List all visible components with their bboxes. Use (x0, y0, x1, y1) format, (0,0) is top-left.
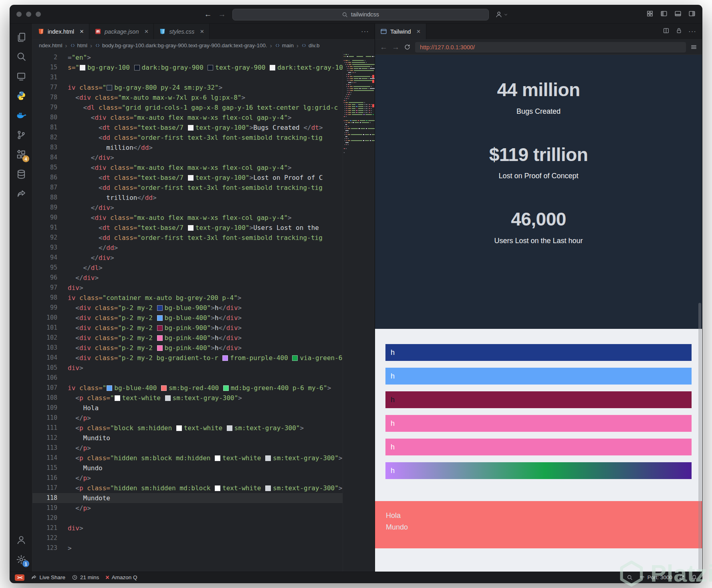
line-content: iv class="bg-gray-800 py-24 sm:py-32"> (68, 83, 343, 93)
browser-viewport: 44 millionBugs Created$119 trillionLost … (375, 55, 702, 572)
close-icon[interactable]: × (417, 28, 421, 35)
activity-item-database[interactable] (10, 164, 32, 184)
close-window-button[interactable] (16, 12, 22, 17)
preview-color-bar: h (385, 415, 692, 432)
color-swatch (157, 305, 163, 311)
status-label: 21 mins (80, 574, 99, 580)
color-swatch (165, 395, 171, 401)
color-swatch (107, 85, 112, 91)
editor-tab-index.html[interactable]: index.html× (32, 24, 89, 39)
url-field[interactable]: http://127.0.0.1:3000/ (415, 42, 686, 52)
breadcrumb-item[interactable]: ndex.html (39, 42, 63, 48)
line-content: Hola (68, 403, 343, 413)
line-content: <dt class="text-base/7 text-gray-100">Us… (68, 223, 343, 233)
history-back-button[interactable]: ← (204, 10, 212, 19)
color-swatch (188, 175, 194, 181)
color-bars-section: hhhhhh (375, 329, 702, 479)
code-line: 116 </p> (32, 473, 343, 483)
preview-color-bar: h (385, 344, 692, 361)
code-line: 77iv class="bg-gray-800 py-24 sm:py-32"> (32, 83, 343, 93)
activity-item-live-share[interactable] (10, 184, 32, 203)
activity-item-settings[interactable]: 1 (10, 550, 32, 569)
status-item-amazon-q[interactable]: ×Amazon Q (105, 574, 137, 581)
zoom-window-button[interactable] (36, 12, 41, 17)
close-icon[interactable]: × (80, 28, 84, 35)
status-label: Live Share (39, 574, 65, 580)
line-number: 121 (32, 523, 57, 533)
color-swatch (157, 325, 163, 331)
search-text: tailwindcss (351, 11, 379, 18)
activity-badge: 1 (22, 560, 29, 567)
code-editor[interactable]: 2="en">15s="bg-gray-100 dark:bg-gray-900… (32, 51, 343, 572)
status-item-search[interactable] (627, 574, 633, 580)
more-actions-button[interactable]: ··· (688, 28, 696, 36)
history-forward-button[interactable]: → (218, 10, 226, 19)
stat-value: 46,000 (511, 209, 566, 230)
code-line: 108 <p class="text-white sm:text-gray-30… (32, 393, 343, 403)
preview-color-bar: h (385, 368, 692, 385)
activity-item-source-control[interactable] (10, 125, 32, 145)
lock-button[interactable] (676, 27, 682, 36)
browser-forward-button[interactable]: → (392, 43, 399, 52)
close-icon[interactable]: × (144, 28, 148, 35)
color-swatch (222, 355, 228, 361)
color-swatch (188, 125, 194, 131)
search-icon (342, 12, 348, 18)
breadcrumb-item[interactable]: html (70, 42, 88, 48)
activity-item-remote-explorer[interactable] (10, 66, 32, 86)
squares-grid-button[interactable] (646, 10, 654, 19)
preview-color-bar: h (385, 391, 692, 408)
layout-sidebar-left-button[interactable] (660, 10, 668, 19)
line-number: 113 (32, 443, 57, 453)
status-item-port-3000[interactable]: Port: 3000 (639, 574, 672, 580)
breadcrumb-item[interactable]: div.b (301, 42, 320, 48)
live-share-icon (31, 574, 37, 580)
code-line: 113 </p> (32, 443, 343, 453)
bell-icon (691, 574, 697, 580)
activity-item-search[interactable] (10, 46, 32, 66)
line-content: > (68, 543, 343, 553)
breadcrumb-text: main (282, 42, 294, 48)
code-line: 85 <div class="mx-auto flex max-w-xs fle… (32, 163, 343, 173)
line-content: iv class="container mx-auto bg-grey-200 … (68, 293, 343, 303)
profile-button[interactable] (495, 11, 508, 18)
stat-block: 44 millionBugs Created (497, 80, 580, 116)
activity-item-account[interactable] (10, 530, 32, 550)
preview-scrollbar[interactable] (698, 303, 701, 572)
status-item-sync[interactable] (679, 574, 685, 580)
activity-item-extensions[interactable]: 4 (10, 145, 32, 164)
more-editor-actions-button[interactable]: ··· (355, 28, 375, 36)
database-icon (16, 169, 26, 179)
close-icon[interactable]: × (200, 28, 204, 35)
status-item-bell[interactable] (691, 574, 697, 580)
menu-icon[interactable] (690, 44, 697, 50)
line-content: <div class="mx-auto max-w-7xl px-6 lg:px… (68, 93, 343, 103)
line-number: 120 (32, 513, 57, 523)
remote-indicator: >< (15, 574, 24, 581)
layout-sidebar-right-button[interactable] (688, 10, 696, 19)
breadcrumb-item[interactable]: main (275, 42, 294, 48)
tab-label: styles.css (169, 28, 194, 35)
status-item-21-mins[interactable]: 21 mins (72, 574, 99, 580)
activity-item-docker[interactable] (10, 105, 32, 125)
reload-icon[interactable] (404, 44, 411, 50)
browser-back-button[interactable]: ← (380, 43, 387, 52)
layout-panel-button[interactable] (674, 10, 682, 19)
status-item--[interactable]: >< (15, 574, 24, 581)
breadcrumb-item[interactable]: body.bg-gray-100.dark:bg-gray-900.text-g… (95, 42, 267, 48)
line-content: million</dd> (68, 143, 343, 153)
minimap[interactable] (343, 51, 375, 572)
minimize-window-button[interactable] (26, 12, 31, 17)
sync-icon (679, 574, 685, 580)
command-center-search[interactable]: tailwindcss (232, 9, 489, 20)
split-editor-button[interactable] (663, 27, 670, 36)
editor-tab-styles.css[interactable]: styles.css× (154, 24, 210, 39)
line-number: 119 (32, 503, 57, 513)
code-line: 97div> (32, 283, 343, 293)
editor-tab-package.json[interactable]: package.json× (89, 24, 154, 39)
tab-tailwind-preview[interactable]: Tailwind × (375, 24, 426, 39)
status-item-live-share[interactable]: Live Share (31, 574, 65, 580)
activity-item-python[interactable] (10, 86, 32, 105)
code-line: 84 </div> (32, 153, 343, 163)
activity-item-explorer[interactable] (10, 27, 32, 46)
